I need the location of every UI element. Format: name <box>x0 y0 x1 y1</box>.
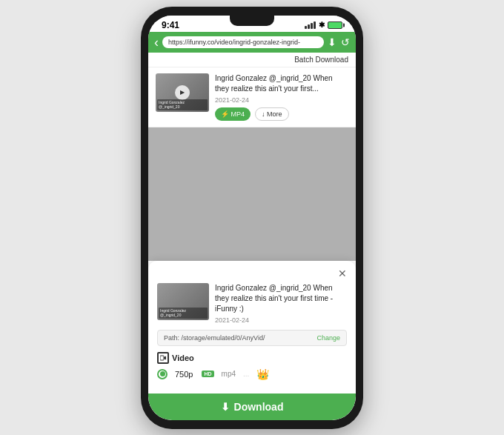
status-time: 9:41 <box>162 20 179 30</box>
more-button[interactable]: ↓ More <box>255 107 289 121</box>
browser-action-icons: ⬇ ↺ <box>328 36 350 48</box>
download-button[interactable]: ⬇ Download <box>156 401 348 413</box>
panel-info: Ingrid Gonzalez @_ingrid_20 When they re… <box>215 283 347 324</box>
video-info: Ingrid Gonzalez @_ingrid_20 When they re… <box>215 73 348 121</box>
video-actions: ⚡ MP4 ↓ More <box>215 107 348 121</box>
crown-icon: 👑 <box>256 368 269 380</box>
panel-video-row: Ingrid Gonzalez @_ingrid_20 Ingrid Gonza… <box>157 283 347 324</box>
back-button[interactable]: ‹ <box>154 36 159 49</box>
battery-icon <box>328 21 342 29</box>
panel-thumbnail: Ingrid Gonzalez @_ingrid_20 <box>157 283 209 320</box>
gray-content-area <box>148 127 356 261</box>
mp4-button[interactable]: ⚡ MP4 <box>215 107 251 121</box>
url-bar[interactable]: https://ifunny.co/video/ingrid-gonzalez-… <box>162 36 324 48</box>
download-panel: ✕ Ingrid Gonzalez @_ingrid_20 Ingrid Gon… <box>148 261 356 394</box>
signal-bars-icon <box>305 21 316 29</box>
format-separator: ... <box>243 370 249 378</box>
download-label: Download <box>234 401 284 413</box>
download-arrow-icon: ⬇ <box>221 401 230 413</box>
change-path-button[interactable]: Change <box>316 334 340 342</box>
play-button-icon[interactable]: ▶ <box>175 85 190 100</box>
bluetooth-icon: ✱ <box>319 21 325 29</box>
download-button-wrap[interactable]: ⬇ Download <box>148 394 356 420</box>
notch <box>230 16 274 26</box>
status-icons: ✱ <box>305 21 342 29</box>
phone-wrapper: 9:41 ✱ ‹ https://if <box>141 7 363 429</box>
panel-thumb-label: Ingrid Gonzalez @_ingrid_20 <box>159 308 208 319</box>
panel-header: ✕ <box>157 268 347 279</box>
close-button[interactable]: ✕ <box>338 268 347 279</box>
thumb-label: Ingrid Gonzalez @_ingrid_20 <box>157 99 208 110</box>
format-title: Video <box>157 352 347 364</box>
path-row: Path: /storage/emulated/0/AnyVid/ Change <box>157 330 347 346</box>
video-date: 2021-02-24 <box>215 96 348 104</box>
format-type: mp4 <box>222 370 236 378</box>
video-thumbnail: ▶ Ingrid Gonzalez @_ingrid_20 <box>156 73 209 112</box>
download-icon[interactable]: ⬇ <box>328 36 336 48</box>
resolution-label: 750p <box>175 370 193 379</box>
video-format-icon <box>157 352 169 364</box>
resolution-radio[interactable] <box>157 369 168 379</box>
path-text: Path: /storage/emulated/0/AnyVid/ <box>164 334 265 342</box>
video-card: ▶ Ingrid Gonzalez @_ingrid_20 Ingrid Gon… <box>148 67 356 127</box>
radio-selected <box>160 371 165 376</box>
batch-header: Batch Download <box>148 53 356 67</box>
panel-date: 2021-02-24 <box>215 316 347 324</box>
phone-screen: 9:41 ✱ ‹ https://if <box>148 16 356 420</box>
hd-badge: HD <box>202 371 213 377</box>
phone-frame: 9:41 ✱ ‹ https://if <box>141 7 363 429</box>
svg-rect-0 <box>160 356 164 360</box>
panel-title: Ingrid Gonzalez @_ingrid_20 When they re… <box>215 283 347 314</box>
format-section: Video 750p HD mp4 ... 👑 <box>157 352 347 380</box>
format-row: 750p HD mp4 ... 👑 <box>157 368 347 380</box>
browser-bar: ‹ https://ifunny.co/video/ingrid-gonzale… <box>148 32 356 53</box>
video-title: Ingrid Gonzalez @_ingrid_20 When they re… <box>215 73 348 94</box>
refresh-icon[interactable]: ↺ <box>341 36 350 48</box>
